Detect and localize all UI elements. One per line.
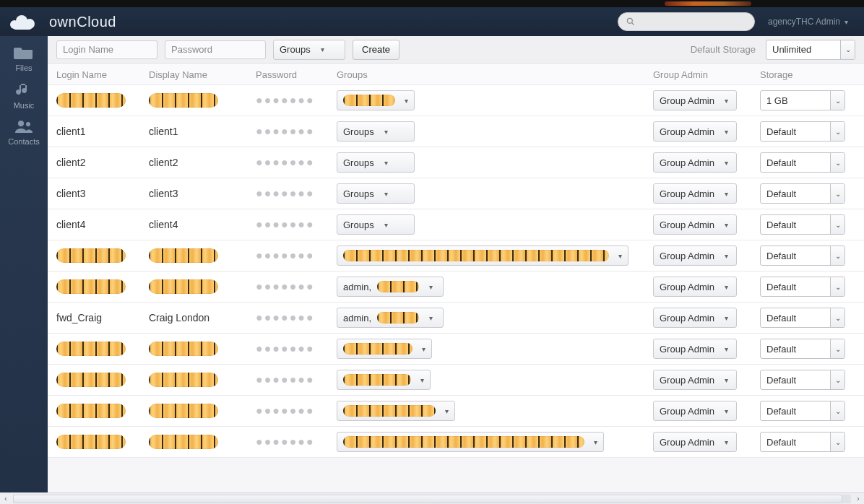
row-groups-dropdown[interactable]: ▾ [337, 90, 415, 110]
row-groups-dropdown[interactable]: admin, ▾ [337, 277, 444, 297]
display-name[interactable]: Craig London [149, 312, 209, 323]
row-group-admin-dropdown[interactable]: Group Admin ▾ [653, 339, 737, 359]
scroll-track[interactable] [13, 495, 851, 503]
row-groups-dropdown[interactable]: Groups ▾ [337, 152, 415, 173]
row-groups-dropdown[interactable]: Groups ▾ [337, 121, 415, 142]
row-storage-select[interactable]: Default ⌄ [760, 121, 845, 142]
row-storage-select[interactable]: Default ⌄ [760, 370, 845, 390]
row-storage-select[interactable]: Default ⌄ [760, 432, 845, 452]
login-name-input[interactable] [56, 40, 157, 59]
row-storage-select[interactable]: Default ⌄ [760, 401, 845, 421]
display-name[interactable]: client1 [149, 126, 178, 137]
decorative-strip [665, 1, 751, 6]
chevron-down-icon: ▾ [725, 97, 728, 105]
row-storage-select[interactable]: Default ⌄ [760, 246, 845, 266]
scroll-left-button[interactable]: ‹ [0, 494, 12, 504]
row-group-admin-dropdown[interactable]: Group Admin ▾ [653, 308, 737, 328]
cell-group-admin: Group Admin ▾ [653, 370, 760, 390]
brand-logo[interactable]: ownCloud [6, 12, 116, 32]
row-groups-dropdown[interactable]: ▾ [337, 432, 604, 452]
row-groups-dropdown[interactable]: admin, ▾ [337, 308, 444, 328]
login-name[interactable]: client2 [56, 157, 85, 168]
chevron-down-icon: ▾ [384, 159, 388, 167]
cell-password[interactable]: ●●●●●●● [256, 404, 337, 417]
login-name[interactable]: client3 [56, 188, 85, 199]
row-groups-dropdown[interactable]: ▾ [337, 339, 432, 359]
dropdown-label: Groups [343, 220, 374, 230]
search-input[interactable] [618, 12, 755, 31]
cell-login [56, 435, 149, 449]
scroll-right-button[interactable]: › [852, 494, 864, 504]
row-storage-select[interactable]: Default ⌄ [760, 152, 845, 173]
select-arrow: ⌄ [830, 401, 844, 420]
create-button[interactable]: Create [353, 40, 399, 60]
row-storage-select[interactable]: Default ⌄ [760, 183, 845, 204]
cell-display [149, 373, 256, 387]
cell-password[interactable]: ●●●●●●● [256, 218, 337, 231]
cell-password[interactable]: ●●●●●●● [256, 187, 337, 200]
scroll-thumb[interactable] [13, 495, 842, 503]
row-group-admin-dropdown[interactable]: Group Admin ▾ [653, 432, 737, 452]
row-storage-select[interactable]: Default ⌄ [760, 339, 845, 359]
row-group-admin-dropdown[interactable]: Group Admin ▾ [653, 183, 737, 204]
select-arrow: ⌄ [830, 433, 844, 451]
sidebar-item-music[interactable]: Music [14, 81, 35, 110]
password-mask: ●●●●●●● [256, 156, 315, 169]
row-group-admin-dropdown[interactable]: Group Admin ▾ [653, 370, 737, 390]
redacted-text [56, 342, 126, 356]
redacted-text [56, 279, 126, 294]
row-groups-dropdown[interactable]: ▾ [337, 246, 628, 266]
chevron-down-icon: ▾ [384, 128, 388, 136]
user-label: agencyTHC Admin [768, 17, 840, 27]
cell-password[interactable]: ●●●●●●● [256, 435, 337, 448]
row-group-admin-dropdown[interactable]: Group Admin ▾ [653, 401, 737, 421]
row-group-admin-dropdown[interactable]: Group Admin ▾ [653, 214, 737, 235]
cell-display [149, 279, 256, 294]
groups-dropdown[interactable]: Groups ▾ [273, 40, 345, 60]
cell-groups: Groups ▾ [337, 183, 653, 204]
cell-display [149, 404, 256, 418]
horizontal-scrollbar[interactable]: ‹ › [0, 492, 864, 504]
login-name[interactable]: client1 [56, 126, 85, 137]
display-name[interactable]: client4 [149, 219, 178, 230]
cell-password[interactable]: ●●●●●●● [256, 373, 337, 386]
row-groups-dropdown[interactable]: Groups ▾ [337, 183, 415, 204]
select-value: Default [766, 344, 796, 355]
row-group-admin-dropdown[interactable]: Group Admin ▾ [653, 152, 737, 173]
cell-password[interactable]: ●●●●●●● [256, 342, 337, 355]
cell-password[interactable]: ●●●●●●● [256, 125, 337, 138]
row-group-admin-dropdown[interactable]: Group Admin ▾ [653, 246, 737, 266]
table-row: client4 client4 ●●●●●●● Groups ▾ Group A… [48, 209, 864, 240]
cell-groups: ▾ [337, 246, 653, 266]
row-storage-select[interactable]: 1 GB ⌄ [760, 90, 845, 110]
display-name[interactable]: client3 [149, 188, 178, 199]
chevron-down-icon: ▾ [422, 345, 425, 353]
row-groups-dropdown[interactable]: ▾ [337, 370, 431, 390]
row-storage-select[interactable]: Default ⌄ [760, 214, 845, 235]
row-group-admin-dropdown[interactable]: Group Admin ▾ [653, 277, 737, 297]
chevron-down-icon: ▾ [420, 376, 424, 384]
password-input[interactable] [165, 40, 266, 59]
row-groups-dropdown[interactable]: ▾ [337, 401, 455, 421]
login-name[interactable]: fwd_Craig [56, 312, 102, 323]
table-row: fwd_Craig Craig London ●●●●●●● admin, ▾ … [48, 303, 864, 334]
user-menu[interactable]: agencyTHC Admin ▾ [768, 17, 848, 27]
cell-password[interactable]: ●●●●●●● [256, 311, 337, 324]
row-group-admin-dropdown[interactable]: Group Admin ▾ [653, 90, 737, 110]
cell-password[interactable]: ●●●●●●● [256, 94, 337, 107]
sidebar-item-files[interactable]: Files [14, 43, 34, 72]
row-storage-select[interactable]: Default ⌄ [760, 277, 845, 297]
cell-password[interactable]: ●●●●●●● [256, 280, 337, 293]
login-name[interactable]: client4 [56, 219, 85, 230]
table-row: ●●●●●●● ▾ Group Admin ▾ Default ⌄ [48, 396, 864, 427]
default-storage-select[interactable]: Unlimited ⌄ [766, 40, 855, 60]
cell-password[interactable]: ●●●●●●● [256, 156, 337, 169]
sidebar-item-contacts[interactable]: Contacts [8, 118, 39, 146]
cell-password[interactable]: ●●●●●●● [256, 249, 337, 262]
row-storage-select[interactable]: Default ⌄ [760, 308, 845, 328]
display-name[interactable]: client2 [149, 157, 178, 168]
table-row: client1 client1 ●●●●●●● Groups ▾ Group A… [48, 116, 864, 147]
select-arrow: ⌄ [830, 277, 844, 296]
row-group-admin-dropdown[interactable]: Group Admin ▾ [653, 121, 737, 142]
row-groups-dropdown[interactable]: Groups ▾ [337, 214, 415, 235]
